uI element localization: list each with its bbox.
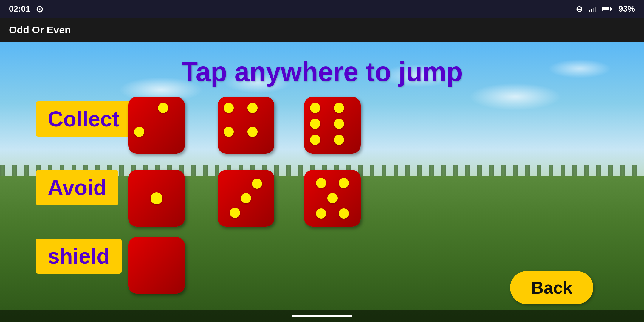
dice-3[interactable] [218, 170, 274, 227]
battery-icon [602, 7, 612, 11]
dot [247, 103, 258, 113]
nav-indicator [292, 315, 352, 317]
dot [334, 103, 344, 113]
dot [339, 208, 349, 219]
dot [334, 135, 344, 145]
dot [241, 193, 251, 203]
dot [339, 178, 349, 188]
dot [224, 103, 234, 113]
title-bar: Odd Or Even [0, 18, 644, 42]
tap-instruction: Tap anywhere to jump [181, 57, 462, 87]
nav-bar [0, 310, 644, 322]
avoid-label: Avoid [36, 170, 118, 205]
dot [310, 135, 320, 145]
status-bar: 02:01 ⊙ ⊖ 93% [0, 0, 644, 18]
dot [316, 178, 326, 188]
dot [158, 103, 168, 113]
app-title: Odd Or Even [9, 24, 71, 36]
game-area[interactable]: Tap anywhere to jump Collect Avoid shiel… [0, 42, 644, 322]
revanced-icon: ⊙ [36, 4, 43, 14]
dice-1[interactable] [128, 170, 185, 227]
back-button[interactable]: Back [510, 271, 593, 304]
dice-4[interactable] [218, 97, 274, 154]
collect-label: Collect [36, 101, 131, 137]
dice-2[interactable] [128, 97, 185, 154]
shield-label: shield [36, 239, 122, 274]
dot [327, 193, 338, 203]
dot [224, 127, 234, 137]
battery-percentage: 93% [618, 4, 635, 14]
dot [310, 119, 320, 129]
dice-5[interactable] [304, 170, 361, 227]
dot [316, 208, 326, 219]
dot [247, 127, 258, 137]
dot [134, 127, 144, 137]
dot [310, 103, 320, 113]
dot [334, 119, 344, 129]
dice-6[interactable] [304, 97, 361, 154]
dot [151, 192, 162, 204]
signal-icon [589, 6, 596, 12]
minus-icon: ⊖ [576, 4, 583, 14]
time-display: 02:01 [9, 4, 30, 14]
dot [252, 179, 262, 189]
dot [230, 208, 240, 218]
dice-blank[interactable] [128, 237, 185, 294]
